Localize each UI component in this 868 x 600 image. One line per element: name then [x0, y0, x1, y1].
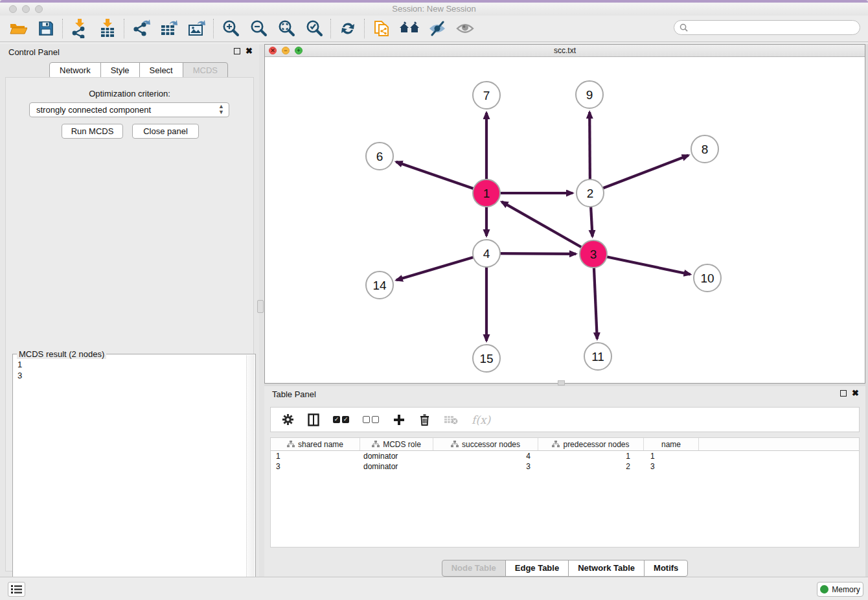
column-header-name[interactable]: name — [644, 438, 699, 450]
import-network-icon[interactable] — [65, 17, 93, 40]
hide-graphics-icon[interactable] — [423, 17, 451, 40]
column-header-mcds-role[interactable]: MCDS role — [360, 438, 433, 450]
save-session-icon[interactable] — [32, 17, 60, 40]
tab-motifs[interactable]: Motifs — [644, 560, 688, 577]
toolbar-separator — [213, 19, 214, 38]
graph-node-label-6: 6 — [376, 150, 383, 163]
toolbar-separator — [330, 19, 331, 38]
node-table[interactable]: shared name MCDS role successor nodes pr… — [270, 437, 860, 548]
attribute-icon — [451, 441, 459, 448]
deselect-all-icon[interactable] — [363, 412, 379, 428]
zoom-out-icon[interactable] — [244, 17, 272, 40]
titlebar[interactable]: Session: New Session — [0, 3, 868, 16]
gear-icon[interactable] — [282, 412, 294, 428]
column-header-shared-name[interactable]: shared name — [271, 438, 360, 450]
split-divider-grip[interactable] — [257, 300, 264, 313]
export-image-icon[interactable] — [183, 17, 211, 40]
graph-node-label-4: 4 — [483, 247, 490, 260]
column-header-successor-nodes[interactable]: successor nodes — [433, 438, 538, 450]
cell-successor-nodes[interactable]: 3 — [433, 461, 538, 472]
graph-edge-1-6[interactable] — [396, 162, 486, 193]
run-mcds-button[interactable]: Run MCDS — [62, 124, 123, 139]
show-graphics-icon[interactable] — [451, 17, 479, 40]
graph-node-label-2: 2 — [587, 187, 594, 200]
close-panel-button[interactable]: Close panel — [132, 124, 199, 139]
result-scrollbar[interactable] — [246, 355, 255, 600]
mcds-result-list[interactable]: 1 3 — [14, 356, 246, 600]
tab-node-table[interactable]: Node Table — [442, 560, 506, 577]
open-file-icon[interactable] — [4, 17, 32, 40]
attribute-icon — [372, 441, 380, 448]
network-window-title: scc.txt — [265, 46, 865, 55]
export-table-icon[interactable] — [155, 17, 183, 40]
table-toolbar: ✓✓ f(x) — [270, 407, 860, 432]
graph-node-label-14: 14 — [372, 279, 387, 292]
zoom-selected-icon[interactable] — [300, 17, 328, 40]
graph-edge-3-1[interactable] — [501, 202, 593, 254]
control-panel-title: Control Panel — [8, 47, 60, 57]
result-item[interactable]: 3 — [17, 370, 242, 381]
graph-edge-2-8[interactable] — [590, 156, 689, 193]
optimization-criterion-label: Optimization criterion: — [6, 89, 253, 98]
network-table-divider-grip[interactable] — [558, 380, 565, 386]
cell-shared-name[interactable]: 1 — [271, 451, 360, 461]
import-table-icon[interactable] — [93, 17, 121, 40]
tab-network-table[interactable]: Network Table — [568, 560, 645, 577]
clone-network-icon[interactable] — [367, 17, 395, 40]
cell-mcds-role[interactable]: dominator — [360, 461, 433, 472]
network-view-window: ✕ − + scc.txt 7968124314101511 — [264, 44, 865, 384]
memory-label: Memory — [832, 585, 860, 594]
application-window: Session: New Session — [0, 0, 868, 600]
cell-shared-name[interactable]: 3 — [271, 461, 360, 472]
graph-node-label-8: 8 — [702, 143, 709, 156]
graph-edge-3-10[interactable] — [593, 254, 691, 274]
search-input[interactable] — [688, 22, 860, 34]
zoom-in-icon[interactable] — [216, 17, 244, 40]
tab-edge-table[interactable]: Edge Table — [505, 560, 569, 577]
cell-name[interactable]: 3 — [644, 461, 699, 472]
float-panel-icon[interactable] — [234, 48, 240, 54]
list-icon — [11, 584, 22, 594]
cell-mcds-role[interactable]: dominator — [360, 451, 433, 461]
attribute-icon — [552, 441, 560, 448]
graph-node-label-15: 15 — [479, 352, 493, 365]
table-panel-title: Table Panel — [272, 389, 316, 399]
delete-icon[interactable] — [419, 412, 430, 428]
graph-node-label-11: 11 — [591, 350, 604, 363]
table-row[interactable]: 1 dominator 4 1 1 — [271, 451, 859, 461]
window-title: Session: New Session — [0, 4, 868, 14]
close-table-panel-icon[interactable]: ✖ — [852, 389, 859, 397]
close-panel-icon[interactable]: ✖ — [246, 47, 253, 55]
add-column-icon[interactable] — [393, 412, 405, 428]
export-network-icon[interactable] — [127, 17, 155, 40]
column-header-predecessor-nodes[interactable]: predecessor nodes — [538, 438, 644, 450]
column-layout-icon[interactable] — [308, 412, 319, 428]
float-table-panel-icon[interactable] — [840, 390, 847, 397]
mcds-panel: Optimization criterion: strongly connect… — [5, 77, 254, 571]
network-window-titlebar[interactable]: ✕ − + scc.txt — [265, 45, 865, 57]
table-row[interactable]: 3 dominator 3 2 3 — [271, 461, 859, 472]
result-item[interactable]: 1 — [17, 359, 242, 370]
task-history-button[interactable] — [8, 582, 25, 597]
cell-predecessor-nodes[interactable]: 2 — [538, 461, 644, 472]
cell-name[interactable]: 1 — [644, 451, 699, 461]
first-neighbors-icon[interactable] — [395, 17, 423, 40]
optimization-criterion-select[interactable]: strongly connected component ▲▼ — [29, 102, 229, 117]
network-graph[interactable]: 7968124314101511 — [265, 57, 865, 383]
selected-option: strongly connected component — [36, 105, 151, 115]
zoom-fit-icon[interactable] — [272, 17, 300, 40]
apply-layout-icon[interactable] — [334, 17, 361, 40]
cell-predecessor-nodes[interactable]: 1 — [538, 451, 644, 461]
network-canvas[interactable]: 7968124314101511 — [265, 57, 865, 383]
delete-table-icon[interactable] — [444, 412, 458, 428]
function-builder-icon[interactable]: f(x) — [472, 412, 490, 428]
cell-successor-nodes[interactable]: 4 — [433, 451, 538, 461]
toolbar-separator — [62, 19, 63, 38]
main-toolbar — [0, 16, 868, 42]
table-panel: Table Panel ✖ ✓✓ — [264, 386, 865, 577]
select-all-icon[interactable]: ✓✓ — [333, 412, 349, 428]
status-bar: Memory — [0, 577, 868, 600]
search-field[interactable] — [674, 20, 860, 35]
memory-button[interactable]: Memory — [817, 582, 863, 597]
table-header-row: shared name MCDS role successor nodes pr… — [271, 438, 859, 451]
